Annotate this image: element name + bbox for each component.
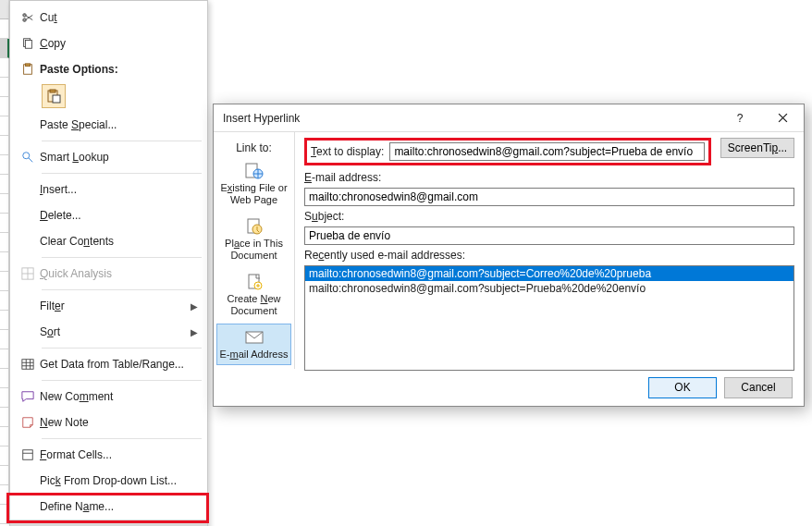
menu-item-format-cells[interactable]: Format Cells... bbox=[10, 442, 207, 468]
close-button[interactable] bbox=[761, 104, 804, 132]
menu-label: Delete... bbox=[40, 209, 198, 222]
recent-label: Recently used e-mail addresses: bbox=[304, 249, 465, 262]
separator bbox=[42, 141, 202, 141]
text-to-display-label: Text to display: bbox=[311, 145, 384, 158]
link-to-label: Link to: bbox=[214, 136, 294, 156]
svg-rect-5 bbox=[50, 90, 55, 92]
svg-rect-9 bbox=[22, 360, 33, 370]
menu-item-smart-lookup[interactable]: Smart Lookup bbox=[10, 144, 207, 170]
format-icon bbox=[16, 448, 40, 461]
menu-label: Clear Contents bbox=[40, 235, 198, 248]
menu-item-insert[interactable]: Insert... bbox=[10, 177, 207, 202]
svg-rect-1 bbox=[25, 41, 31, 49]
menu-item-copy[interactable]: Copy bbox=[10, 31, 207, 56]
table-icon bbox=[16, 358, 40, 371]
linkto-create-new[interactable]: Create New Document bbox=[216, 268, 291, 322]
menu-label: Paste Special... bbox=[40, 118, 198, 131]
menu-label: New Comment bbox=[40, 390, 198, 403]
paste-options-row bbox=[10, 82, 207, 112]
link-to-sidebar: Link to: Existing File or Web Page Place… bbox=[214, 132, 295, 369]
text-to-display-input[interactable] bbox=[389, 142, 705, 161]
envelope-icon bbox=[244, 328, 265, 347]
help-icon: ? bbox=[737, 112, 744, 125]
paste-option-default[interactable] bbox=[42, 84, 66, 108]
menu-label: Pick From Drop-down List... bbox=[40, 474, 198, 487]
chevron-right-icon: ▶ bbox=[191, 327, 198, 337]
annotation-highlight-text-to-display: Text to display: bbox=[304, 138, 711, 165]
linkto-place-in-document[interactable]: Place in This Document bbox=[216, 213, 291, 266]
menu-item-sort[interactable]: Sort ▶ bbox=[10, 319, 207, 345]
menu-item-paste-options: Paste Options: bbox=[10, 56, 207, 82]
menu-label: Smart Lookup bbox=[40, 151, 198, 164]
bookmark-icon bbox=[244, 217, 265, 236]
menu-item-paste-special[interactable]: Paste Special... bbox=[10, 112, 207, 138]
web-page-icon bbox=[244, 162, 265, 180]
menu-label: Cut bbox=[40, 11, 198, 24]
menu-item-quick-analysis: Quick Analysis bbox=[10, 261, 207, 287]
svg-rect-6 bbox=[53, 95, 60, 103]
search-icon bbox=[16, 151, 40, 164]
linkto-label: Create New Document bbox=[219, 293, 289, 317]
chevron-right-icon: ▶ bbox=[191, 301, 198, 312]
menu-item-clear-contents[interactable]: Clear Contents bbox=[10, 228, 207, 254]
linkto-label: Existing File or Web Page bbox=[219, 182, 289, 206]
clipboard-icon bbox=[16, 63, 40, 76]
separator bbox=[42, 348, 202, 349]
separator bbox=[42, 438, 202, 439]
menu-item-cut[interactable]: Cut bbox=[10, 5, 207, 31]
menu-item-pick-from-list[interactable]: Pick From Drop-down List... bbox=[10, 468, 207, 494]
comment-icon bbox=[16, 390, 40, 403]
quick-analysis-icon bbox=[16, 267, 40, 280]
menu-label: Quick Analysis bbox=[40, 267, 198, 280]
screentip-button[interactable]: ScreenTip... bbox=[720, 138, 794, 158]
menu-label: Insert... bbox=[40, 183, 198, 196]
dialog-titlebar[interactable]: Insert Hyperlink ? bbox=[214, 104, 804, 132]
menu-item-filter[interactable]: Filter ▶ bbox=[10, 293, 207, 319]
screentip-label: ScreenTip... bbox=[728, 141, 787, 154]
dialog-main: Text to display: ScreenTip... E-mail add… bbox=[295, 132, 804, 369]
menu-item-new-note[interactable]: New Note bbox=[10, 410, 207, 435]
menu-label: Copy bbox=[40, 37, 198, 50]
ok-button[interactable]: OK bbox=[648, 377, 717, 398]
svg-rect-10 bbox=[23, 450, 33, 460]
insert-hyperlink-dialog: Insert Hyperlink ? Link to: Existing Fil… bbox=[213, 104, 805, 407]
help-button[interactable]: ? bbox=[719, 104, 761, 132]
svg-point-7 bbox=[23, 153, 30, 159]
email-address-label: E-mail address: bbox=[304, 171, 381, 184]
menu-item-define-name[interactable]: Define Name... bbox=[10, 494, 207, 520]
cancel-button[interactable]: Cancel bbox=[724, 377, 793, 398]
note-icon bbox=[16, 416, 40, 429]
menu-item-new-comment[interactable]: New Comment bbox=[10, 384, 207, 410]
separator bbox=[42, 173, 202, 174]
close-icon bbox=[778, 113, 788, 123]
subject-input[interactable] bbox=[304, 226, 794, 245]
menu-label: Sort bbox=[40, 325, 191, 338]
linkto-label: E-mail Address bbox=[220, 349, 289, 361]
menu-item-delete[interactable]: Delete... bbox=[10, 202, 207, 228]
list-item[interactable]: mailto:chronosedwin8@gmail.com?subject=C… bbox=[305, 266, 794, 281]
menu-label: Paste Options: bbox=[40, 63, 198, 76]
linkto-existing-file[interactable]: Existing File or Web Page bbox=[216, 157, 291, 211]
menu-label: New Note bbox=[40, 416, 198, 429]
separator bbox=[42, 289, 202, 290]
linkto-email-address[interactable]: E-mail Address bbox=[216, 324, 291, 365]
subject-label: Subject: bbox=[304, 210, 344, 223]
new-document-icon bbox=[244, 273, 265, 291]
spreadsheet-grid-edge bbox=[0, 0, 9, 526]
menu-label: Define Name... bbox=[40, 500, 198, 513]
menu-item-get-data[interactable]: Get Data from Table/Range... bbox=[10, 351, 207, 377]
separator bbox=[42, 257, 202, 258]
linkto-label: Place in This Document bbox=[219, 238, 289, 262]
dialog-title: Insert Hyperlink bbox=[223, 112, 719, 125]
menu-label: Get Data from Table/Range... bbox=[40, 358, 198, 371]
scissors-icon bbox=[16, 11, 40, 24]
email-address-input[interactable] bbox=[304, 188, 794, 206]
recent-addresses-list[interactable]: mailto:chronosedwin8@gmail.com?subject=C… bbox=[304, 265, 794, 371]
list-item[interactable]: mailto:chronosedwin8@gmail.com?subject=P… bbox=[305, 281, 794, 296]
dialog-footer: OK Cancel bbox=[214, 369, 804, 406]
svg-rect-3 bbox=[25, 64, 30, 67]
menu-item-link[interactable]: Link ▶ bbox=[10, 520, 207, 526]
separator bbox=[42, 380, 202, 381]
copy-icon bbox=[16, 37, 40, 50]
context-menu: Cut Copy Paste Options: Paste Special...… bbox=[9, 0, 208, 526]
